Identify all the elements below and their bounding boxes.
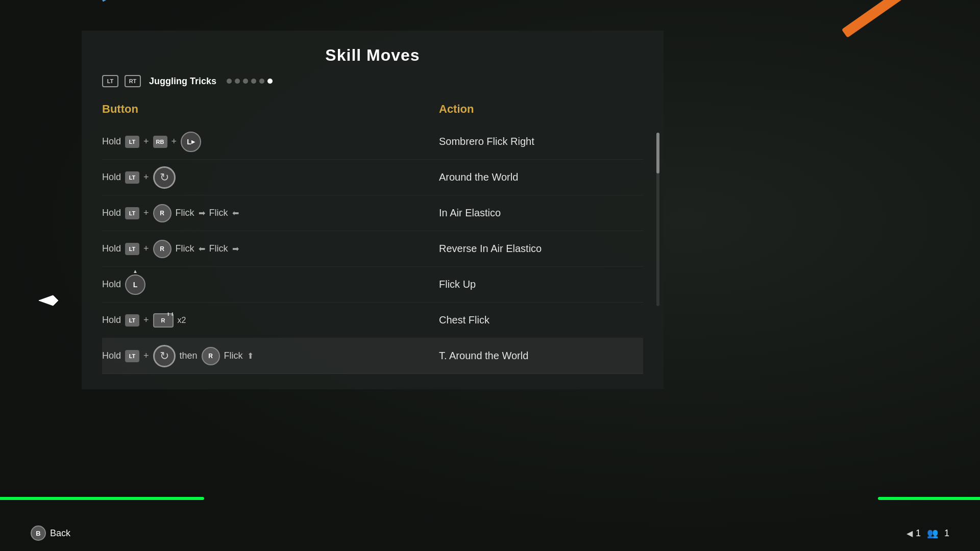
main-panel: Skill Moves LT RT Juggling Tricks Button… xyxy=(82,31,664,389)
page-number: 1 xyxy=(916,528,921,539)
l-stick-1: L▶ xyxy=(181,132,201,152)
move-button-2: Hold LT + xyxy=(102,166,439,189)
svg-marker-1 xyxy=(39,300,58,306)
hold-label-4: Hold xyxy=(102,243,121,254)
action-7: T. Around the World xyxy=(439,350,643,362)
rb-badge-1: RB xyxy=(153,136,167,148)
arrow-left-4a: ⬅ xyxy=(199,244,205,254)
back-label: Back xyxy=(50,528,70,539)
r-rotate-2 xyxy=(153,166,176,189)
bg-floor-right xyxy=(878,497,980,500)
lt-badge-2: LT xyxy=(125,171,139,184)
arrow-right-3: ➡ xyxy=(199,208,205,218)
hold-label-7: Hold xyxy=(102,350,121,361)
hold-label-6: Hold xyxy=(102,315,121,325)
x2-label: x2 xyxy=(178,316,186,325)
scrollbar[interactable] xyxy=(656,133,659,306)
lt-badge-1: LT xyxy=(125,136,139,148)
move-button-3: Hold LT + R Flick ➡ Flick ⬅ xyxy=(102,204,439,222)
columns-header: Button Action xyxy=(102,103,643,116)
action-1: Sombrero Flick Right xyxy=(439,136,643,147)
move-row-1[interactable]: Hold LT + RB + L▶ Sombrero Flick Right xyxy=(102,124,643,160)
tab-dot-4 xyxy=(251,79,256,84)
page-nav: ◀ 1 xyxy=(906,528,921,539)
flick-3a: Flick xyxy=(176,208,194,218)
action-5: Flick Up xyxy=(439,279,643,290)
button-column-header: Button xyxy=(102,103,439,116)
prev-page-btn[interactable]: ◀ xyxy=(906,529,913,538)
player-count: 1 xyxy=(944,528,949,539)
tab-rt-button[interactable]: RT xyxy=(125,75,141,87)
r-stick-3: R xyxy=(153,204,172,222)
flick-3b: Flick xyxy=(209,208,228,218)
move-row-4[interactable]: Hold LT + R Flick ⬅ Flick ➡ Reverse In A… xyxy=(102,231,643,267)
plus-2a: + xyxy=(143,172,149,183)
move-button-7: Hold LT + then R Flick ⬆ xyxy=(102,345,439,367)
l-stick-up-5: ▲ L xyxy=(125,274,145,295)
r-rotate-7 xyxy=(153,345,176,367)
arrow-up-7: ⬆ xyxy=(247,351,254,361)
action-column-header: Action xyxy=(439,103,643,116)
arrow-right-4b: ➡ xyxy=(232,244,239,254)
page-title: Skill Moves xyxy=(102,46,643,65)
tab-area: LT RT Juggling Tricks xyxy=(102,75,643,87)
plus-7a: + xyxy=(143,350,149,361)
action-6: Chest Flick xyxy=(439,314,643,326)
lt-badge-4: LT xyxy=(125,243,139,255)
hold-label-3: Hold xyxy=(102,208,121,218)
arrow-left-3: ⬅ xyxy=(232,208,239,218)
back-button[interactable]: B Back xyxy=(31,525,70,541)
plus-3a: + xyxy=(143,208,149,218)
tab-dot-6 xyxy=(267,79,273,84)
player-icon: 👥 xyxy=(927,528,938,539)
tab-dot-1 xyxy=(227,79,232,84)
move-button-4: Hold LT + R Flick ⬅ Flick ➡ xyxy=(102,240,439,258)
lt-badge-7: LT xyxy=(125,350,139,362)
tab-dot-3 xyxy=(243,79,248,84)
move-button-5: Hold ▲ L xyxy=(102,274,439,295)
bottom-bar: B Back ◀ 1 👥 1 xyxy=(31,525,949,541)
flick-7: Flick xyxy=(224,350,243,361)
b-circle: B xyxy=(31,525,46,541)
then-label: then xyxy=(180,350,198,361)
page-info: ◀ 1 👥 1 xyxy=(906,528,949,539)
move-row-3[interactable]: Hold LT + R Flick ➡ Flick ⬅ In Air Elast… xyxy=(102,195,643,231)
move-row-2[interactable]: Hold LT + Around the World xyxy=(102,160,643,195)
lt-badge-6: LT xyxy=(125,314,139,327)
plus-1a: + xyxy=(143,136,149,147)
r-dbl-label-6: R xyxy=(161,317,165,323)
flick-4a: Flick xyxy=(176,243,194,254)
hold-label-1: Hold xyxy=(102,136,121,147)
r-stick-7: R xyxy=(202,347,220,365)
cursor-arrow xyxy=(39,293,59,310)
dbl-arrows-6: ⬆⬇ xyxy=(166,312,175,317)
tab-dots xyxy=(227,79,273,84)
plus-1b: + xyxy=(172,136,177,147)
tab-dot-2 xyxy=(235,79,240,84)
lt-badge-3: LT xyxy=(125,207,139,219)
move-button-6: Hold LT + R ⬆⬇ x2 xyxy=(102,313,439,328)
action-3: In Air Elastico xyxy=(439,207,643,219)
hold-label-5: Hold xyxy=(102,279,121,290)
action-4: Reverse In Air Elastico xyxy=(439,243,643,255)
scrollbar-thumb xyxy=(656,133,659,173)
bg-floor-left xyxy=(0,497,204,500)
action-2: Around the World xyxy=(439,171,643,183)
move-row-6[interactable]: Hold LT + R ⬆⬇ x2 Chest Flick xyxy=(102,303,643,338)
tab-lt-button[interactable]: LT xyxy=(102,75,118,87)
flick-4b: Flick xyxy=(209,243,228,254)
hold-label-2: Hold xyxy=(102,172,121,183)
tab-label: Juggling Tricks xyxy=(149,76,216,87)
tab-dot-5 xyxy=(259,79,264,84)
move-row-7[interactable]: Hold LT + then R Flick ⬆ T. Around the W… xyxy=(102,338,643,374)
r-dbl-badge-6: R ⬆⬇ xyxy=(153,313,174,328)
plus-6a: + xyxy=(143,315,149,325)
move-row-5[interactable]: Hold ▲ L Flick Up xyxy=(102,267,643,303)
move-button-1: Hold LT + RB + L▶ xyxy=(102,132,439,152)
plus-4a: + xyxy=(143,243,149,254)
svg-marker-0 xyxy=(39,295,58,300)
r-stick-4: R xyxy=(153,240,172,258)
